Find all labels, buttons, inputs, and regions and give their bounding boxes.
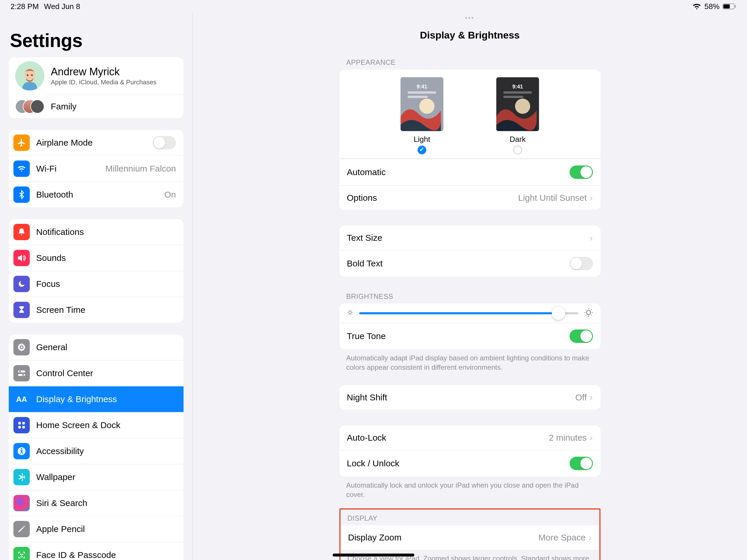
sidebar-item-focus[interactable]: Focus	[9, 271, 183, 297]
page-title: Display & Brightness	[192, 29, 747, 41]
bluetooth-icon	[14, 186, 30, 203]
multitask-dots-icon[interactable]: •••	[192, 13, 747, 21]
sidebar-item-faceid[interactable]: Face ID & Passcode	[9, 542, 183, 560]
airplane-icon	[14, 134, 30, 151]
bold-text-row[interactable]: Bold Text	[339, 250, 600, 277]
sidebar-group-network: Airplane Mode Wi-Fi Millennium Falcon Bl…	[9, 130, 183, 207]
hourglass-icon	[14, 302, 30, 318]
true-tone-row[interactable]: True Tone	[339, 323, 600, 349]
lock-unlock-row[interactable]: Lock / Unlock	[339, 450, 600, 477]
svg-point-5	[27, 74, 28, 76]
toggles-icon	[14, 365, 30, 381]
sidebar-item-controlcenter[interactable]: Control Center	[9, 360, 183, 386]
sidebar-item-pencil[interactable]: Apple Pencil	[9, 516, 183, 542]
settings-title: Settings	[10, 30, 183, 51]
svg-point-20	[21, 448, 22, 450]
siri-icon	[14, 495, 30, 511]
autolock-footer: Automatically lock and unlock your iPad …	[346, 481, 594, 500]
sidebar-item-wallpaper[interactable]: Wallpaper	[9, 464, 183, 490]
svg-rect-17	[18, 426, 21, 429]
profile-name: Andrew Myrick	[51, 66, 156, 78]
svg-point-14	[23, 374, 24, 376]
chevron-right-icon: ›	[589, 532, 592, 543]
svg-point-24	[419, 99, 435, 114]
gear-icon	[14, 339, 30, 355]
wifi-settings-icon	[14, 160, 30, 177]
bold-text-toggle[interactable]	[570, 257, 593, 270]
sidebar-item-homescreen[interactable]: Home Screen & Dock	[9, 412, 183, 438]
svg-point-25	[515, 99, 530, 114]
sidebar-item-screentime[interactable]: Screen Time	[9, 297, 183, 323]
status-date: Wed Jun 8	[44, 2, 80, 11]
svg-rect-18	[23, 426, 25, 429]
sidebar-item-airplane[interactable]: Airplane Mode	[9, 130, 183, 156]
apple-id-row[interactable]: Andrew Myrick Apple ID, iCloud, Media & …	[9, 57, 183, 95]
grid-icon	[14, 417, 30, 433]
brightness-slider-row	[339, 304, 600, 323]
svg-rect-1	[723, 4, 730, 8]
svg-rect-12	[18, 374, 25, 376]
sidebar-item-wifi[interactable]: Wi-Fi Millennium Falcon	[9, 156, 183, 181]
family-row[interactable]: Family	[9, 95, 183, 118]
chevron-right-icon: ›	[590, 392, 593, 403]
aa-icon: AA	[14, 391, 30, 407]
brightness-footer: Automatically adapt iPad display based o…	[346, 353, 594, 372]
bell-icon	[14, 224, 30, 240]
chevron-right-icon: ›	[590, 192, 593, 203]
lock-unlock-toggle[interactable]	[570, 457, 593, 470]
speaker-icon	[14, 250, 30, 266]
sidebar-item-sounds[interactable]: Sounds	[9, 245, 183, 271]
svg-point-10	[21, 347, 23, 349]
accessibility-icon	[14, 443, 30, 459]
true-tone-toggle[interactable]	[570, 329, 593, 343]
appearance-dark[interactable]: 9:41 Dark	[496, 77, 539, 154]
sidebar-group-general: General Control Center AA Display & Brig…	[9, 334, 183, 560]
night-shift-row[interactable]: Night Shift Off ›	[339, 385, 600, 410]
appearance-automatic-row[interactable]: Automatic	[339, 159, 600, 185]
brightness-slider[interactable]	[359, 312, 578, 314]
status-battery-pct: 58%	[704, 2, 720, 11]
chevron-right-icon: ›	[590, 432, 593, 443]
display-zoom-row[interactable]: Display Zoom More Space ›	[340, 525, 599, 550]
wifi-icon	[692, 3, 701, 10]
automatic-toggle[interactable]	[570, 166, 593, 179]
sidebar-item-accessibility[interactable]: Accessibility	[9, 438, 183, 464]
auto-lock-row[interactable]: Auto-Lock 2 minutes ›	[339, 426, 600, 450]
text-size-row[interactable]: Text Size ›	[339, 226, 600, 250]
airplane-toggle[interactable]	[153, 136, 176, 149]
sidebar-group-notifications: Notifications Sounds Focus Screen Time	[9, 219, 183, 323]
appearance-light[interactable]: 9:41 Light	[400, 77, 443, 154]
wallpaper-icon	[14, 469, 30, 485]
display-zoom-highlight: Display Display Zoom More Space › Choose…	[339, 508, 600, 560]
svg-rect-16	[23, 422, 25, 425]
svg-rect-2	[735, 5, 736, 7]
svg-point-13	[19, 371, 21, 372]
profile-card: Andrew Myrick Apple ID, iCloud, Media & …	[9, 57, 183, 118]
sun-small-icon	[346, 309, 354, 317]
home-indicator[interactable]	[333, 554, 414, 557]
svg-point-26	[349, 311, 351, 314]
battery-icon	[722, 3, 737, 10]
svg-point-23	[23, 554, 23, 555]
svg-point-27	[586, 310, 590, 314]
family-avatars	[15, 100, 44, 113]
sidebar-item-bluetooth[interactable]: Bluetooth On	[9, 181, 183, 207]
appearance-dark-radio[interactable]	[513, 146, 522, 154]
family-label: Family	[51, 102, 76, 111]
appearance-previews: 9:41 Light 9:41	[339, 70, 600, 159]
sidebar-item-general[interactable]: General	[9, 334, 183, 360]
status-time: 2:28 PM	[10, 2, 39, 11]
sidebar-item-display[interactable]: AA Display & Brightness	[9, 386, 183, 412]
appearance-header: Appearance	[346, 58, 600, 67]
svg-rect-15	[18, 422, 21, 425]
moon-icon	[14, 276, 30, 292]
appearance-options-row[interactable]: Options Light Until Sunset ›	[339, 185, 600, 210]
appearance-light-radio[interactable]	[417, 146, 426, 154]
svg-rect-11	[18, 371, 25, 373]
sidebar-item-notifications[interactable]: Notifications	[9, 219, 183, 245]
profile-sub: Apple ID, iCloud, Media & Purchases	[51, 78, 156, 86]
brightness-header: Brightness	[346, 292, 600, 301]
avatar	[15, 61, 44, 91]
status-bar: 2:28 PM Wed Jun 8 58%	[0, 0, 747, 13]
sidebar-item-siri[interactable]: Siri & Search	[9, 490, 183, 516]
